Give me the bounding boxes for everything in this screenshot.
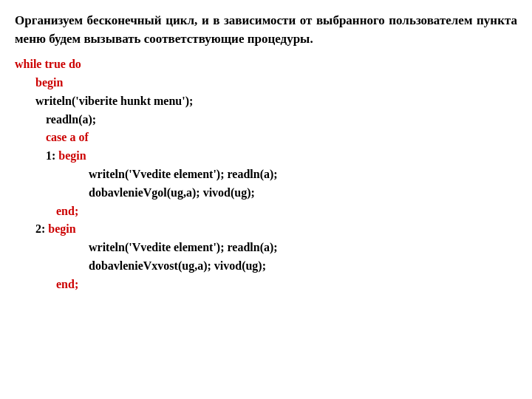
code-line-7: writeln('Vvedite element'); readln(a); bbox=[89, 166, 517, 184]
code-block: while true do begin writeln('viberite hu… bbox=[15, 55, 517, 293]
description-text: Организуем бесконечный цикл, и в зависим… bbox=[15, 13, 517, 46]
code-line-13: end; bbox=[56, 276, 517, 294]
description-paragraph: Организуем бесконечный цикл, и в зависим… bbox=[15, 12, 517, 48]
code-line-8: dobavlenieVgol(ug,a); vivod(ug); bbox=[89, 184, 517, 202]
code-line-5: case a of bbox=[46, 129, 517, 147]
code-line-2: begin bbox=[35, 74, 517, 92]
code-line-10: 2: begin bbox=[35, 220, 517, 239]
code-line-9: end; bbox=[56, 202, 517, 221]
code-line-3: writeln('viberite hunkt menu'); bbox=[35, 92, 517, 111]
code-line-1: while true do bbox=[15, 55, 517, 74]
code-line-6: 1: begin bbox=[46, 147, 517, 166]
code-line-4: readln(a); bbox=[46, 111, 517, 129]
code-line-11: writeln('Vvedite element'); readln(a); bbox=[89, 239, 517, 257]
code-line-12: dobavlenieVxvost(ug,a); vivod(ug); bbox=[89, 257, 517, 276]
